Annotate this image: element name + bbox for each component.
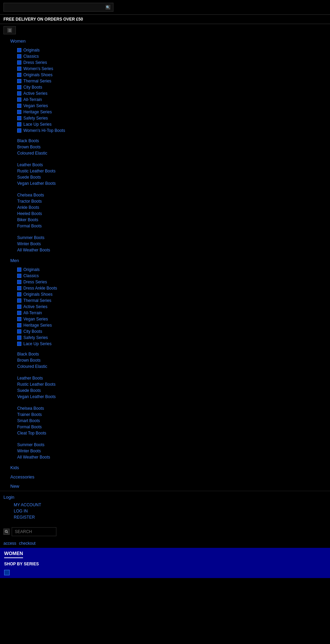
women-series-allterrain[interactable]: All-Terrain [17,97,313,103]
blue-square-icon [17,292,21,296]
men-brown-boots[interactable]: Brown Boots [17,357,313,363]
women-series-vegan[interactable]: Vegan Series [17,103,313,109]
top-search-icon[interactable]: 🔍 [106,5,110,10]
women-series-thermal[interactable]: Thermal Series [17,78,313,84]
men-trainer-boots[interactable]: Trainer Boots [17,411,313,418]
women-rustic-leather[interactable]: Rustic Leather Boots [17,168,313,174]
nav-men[interactable]: Men [3,256,327,265]
blue-square-icon [17,67,21,71]
women-series-city[interactable]: City Boots [17,84,313,90]
men-cleattop-boots[interactable]: Cleat Top Boots [17,430,313,436]
women-series-originals-shoes[interactable]: Originals Shoes [17,72,313,78]
nav-accessories[interactable]: Accessories [3,472,327,482]
login-link[interactable]: Login [3,494,327,500]
shop-by-series-label: SHOP BY SERIES [4,560,326,568]
women-colours-group: Black Boots Brown Boots Coloured Elastic [3,135,327,159]
men-series-classics[interactable]: Classics [17,273,313,279]
women-series-classics[interactable]: Classics [17,53,313,59]
women-panel-series-icon [4,570,10,575]
men-series-active[interactable]: Active Series [17,304,313,310]
men-allweather-boots[interactable]: All Weather Boots [17,454,313,460]
men-series-dress[interactable]: Dress Series [17,279,313,285]
women-leather-boots[interactable]: Leather Boots [17,162,313,168]
women-series-dress[interactable]: Dress Series [17,59,313,66]
women-series-active[interactable]: Active Series [17,90,313,97]
men-smart-boots[interactable]: Smart Boots [17,418,313,424]
search-input[interactable] [12,527,56,536]
nav-women[interactable]: Women [3,36,327,46]
top-search-box[interactable]: 🔍 [3,3,113,12]
my-account-link[interactable]: MY ACCOUNT [14,502,316,508]
women-winter-boots[interactable]: Winter Boots [17,241,313,247]
women-materials-group: Leather Boots Rustic Leather Boots Suede… [3,159,327,189]
register-link[interactable]: REGISTER [14,514,316,520]
women-series-originals[interactable]: Originals [17,47,313,53]
women-summer-boots[interactable]: Summer Boots [17,235,313,241]
men-black-boots[interactable]: Black Boots [17,351,313,357]
nav-new[interactable]: New [3,482,327,491]
men-coloured-elastic[interactable]: Coloured Elastic [17,363,313,370]
women-series-safety[interactable]: Safety Series [17,115,313,121]
blue-square-icon [17,305,21,309]
login-submenu: MY ACCOUNT LOG IN REGISTER [3,500,327,522]
men-rustic-leather[interactable]: Rustic Leather Boots [17,381,313,387]
delivery-banner: FREE DELIVERY ON ORDERS OVER £50 [0,14,330,24]
women-brown-boots[interactable]: Brown Boots [17,144,313,150]
women-ankle-boots[interactable]: Ankle Boots [17,204,313,211]
access-link[interactable]: access [3,541,16,546]
men-series-thermal[interactable]: Thermal Series [17,297,313,304]
search-bar-icon[interactable] [3,529,10,535]
nav-toggle-button[interactable]: ☰ [3,26,16,34]
delivery-text: FREE DELIVERY ON ORDERS OVER £50 [3,17,83,22]
women-series-heritage[interactable]: Heritage Series [17,109,313,115]
men-series-heritage[interactable]: Heritage Series [17,322,313,328]
women-biker-boots[interactable]: Biker Boots [17,217,313,223]
blue-square-icon [17,286,21,290]
women-series-hitop[interactable]: Women's Hi-Top Boots [17,127,313,134]
women-seasons-group: Summer Boots Winter Boots All Weather Bo… [3,232,327,256]
blue-square-icon [17,323,21,327]
main-nav: Women Originals Classics Dress Series Wo… [0,36,330,491]
nav-toggle-container: ☰ [0,24,330,36]
women-series-section: Originals Classics Dress Series Women's … [3,46,327,135]
men-chelsea-boots[interactable]: Chelsea Boots [17,405,313,411]
men-summer-boots[interactable]: Summer Boots [17,442,313,448]
women-heeled-boots[interactable]: Heeled Boots [17,211,313,217]
men-leather-boots[interactable]: Leather Boots [17,375,313,381]
men-winter-boots[interactable]: Winter Boots [17,448,313,454]
women-vegan-leather[interactable]: Vegan Leather Boots [17,180,313,187]
men-suede-boots[interactable]: Suede Boots [17,387,313,394]
blue-square-icon [17,122,21,126]
blue-square-icon [17,79,21,83]
women-series-womens[interactable]: Women's Series [17,66,313,72]
men-vegan-leather[interactable]: Vegan Leather Boots [17,394,313,400]
men-series-originals-shoes[interactable]: Originals Shoes [17,291,313,297]
men-series-allterrain[interactable]: All-Terrain [17,310,313,316]
blue-square-icon [17,104,21,108]
women-black-boots[interactable]: Black Boots [17,138,313,144]
women-formal-boots[interactable]: Formal Boots [17,223,313,229]
blue-square-icon [17,85,21,89]
nav-kids[interactable]: Kids [3,463,327,472]
checkout-link[interactable]: checkout [19,541,35,546]
blue-square-icon [17,280,21,284]
top-search-input[interactable] [7,5,106,10]
men-series-vegan[interactable]: Vegan Series [17,316,313,322]
women-panel: WOMEN SHOP BY SERIES [0,548,330,578]
log-in-link[interactable]: LOG IN [14,508,316,514]
men-formal-boots[interactable]: Formal Boots [17,424,313,430]
men-series-dress-ankle[interactable]: Dress Ankle Boots [17,285,313,291]
men-series-safety[interactable]: Safety Series [17,335,313,341]
women-coloured-elastic[interactable]: Coloured Elastic [17,150,313,156]
men-series-city[interactable]: City Boots [17,328,313,335]
women-allweather-boots[interactable]: All Weather Boots [17,247,313,253]
women-chelsea-boots[interactable]: Chelsea Boots [17,192,313,198]
women-suede-boots[interactable]: Suede Boots [17,174,313,180]
blue-square-icon [17,116,21,120]
women-series-laceup[interactable]: Lace Up Series [17,121,313,127]
men-series-laceup[interactable]: Lace Up Series [17,341,313,347]
men-series-originals[interactable]: Originals [17,267,313,273]
women-tractor-boots[interactable]: Tractor Boots [17,198,313,204]
svg-point-0 [5,530,7,532]
blue-square-icon [17,73,21,77]
